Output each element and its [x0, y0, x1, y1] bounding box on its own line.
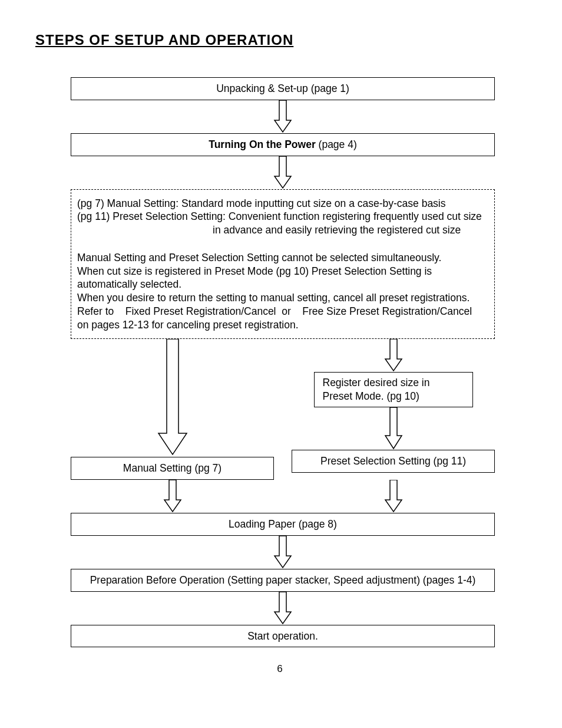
box-loading-paper: Loading Paper (page 8): [71, 513, 495, 536]
arrow-down-icon: [271, 156, 295, 189]
arrow-down-long-icon: [155, 339, 190, 457]
box-manual-setting: Manual Setting (pg 7): [71, 457, 274, 480]
branch-preset: Register desired size in Preset Mode. (p…: [292, 339, 495, 480]
page-title: STEPS OF SETUP AND OPERATION: [35, 31, 524, 49]
txt-note-2: When cut size is registered in Preset Mo…: [77, 265, 487, 292]
arrow-down-icon: [271, 100, 295, 133]
register-line1: Register desired size in: [323, 377, 430, 388]
box-unpacking: Unpacking & Set-up (page 1): [71, 77, 495, 100]
box-register-preset: Register desired size in Preset Mode. (p…: [314, 372, 473, 407]
box-power-bold: Turning On the Power: [209, 139, 315, 150]
page-number: 6: [35, 663, 524, 676]
txt-pg11: (pg 11): [77, 210, 110, 222]
box-preparation: Preparation Before Operation (Setting pa…: [71, 569, 495, 592]
txt-note-3: When you desire to return the setting to…: [77, 291, 487, 305]
box-start: Start operation.: [71, 625, 495, 648]
register-line2: Preset Mode. (pg 10): [323, 390, 419, 402]
arrow-down-icon: [161, 480, 184, 513]
txt-note-1: Manual Setting and Preset Selection Sett…: [77, 251, 487, 265]
arrow-down-icon: [382, 339, 405, 372]
txt-pg7: (pg 7): [77, 197, 104, 209]
box-preset-setting: Preset Selection Setting (pg 11): [292, 450, 495, 473]
arrow-down-icon: [382, 407, 405, 450]
txt-note-4: Refer to Fixed Preset Registration/Cance…: [77, 305, 487, 318]
txt-preset-desc2: in advance and easily retrieving the reg…: [77, 223, 487, 237]
arrow-down-icon: [271, 536, 295, 569]
box-modes-explanation: (pg 7) Manual Setting: Standard mode inp…: [71, 189, 495, 340]
box-power-rest: (page 4): [316, 139, 357, 150]
box-power: Turning On the Power (page 4): [71, 133, 495, 156]
arrow-down-icon: [271, 592, 295, 625]
branch-manual: Manual Setting (pg 7): [71, 339, 274, 480]
txt-preset-desc: Preset Selection Setting: Convenient fun…: [113, 210, 481, 222]
flowchart: Unpacking & Set-up (page 1) Turning On t…: [71, 77, 495, 647]
txt-note-5: on pages 12-13 for canceling preset regi…: [77, 318, 487, 332]
txt-manual-desc: Manual Setting: Standard mode inputting …: [107, 197, 446, 209]
arrow-down-icon: [382, 480, 405, 513]
